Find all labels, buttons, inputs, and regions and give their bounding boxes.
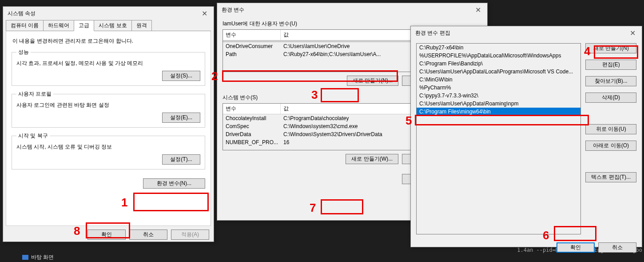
close-icon[interactable]: ✕	[199, 9, 210, 18]
close-icon[interactable]: ✕	[473, 6, 484, 14]
prof-settings-button[interactable]: 설정(E)...	[162, 113, 200, 123]
tab-0[interactable]: 컴퓨터 이름	[6, 20, 44, 31]
title: 환경 변수 편집	[415, 29, 450, 37]
path-item[interactable]: C:\Users\IamUser\AppData\Local\Programs\…	[417, 68, 580, 76]
system-properties-dialog: 시스템 속성 ✕ 컴퓨터 이름하드웨어고급시스템 보호원격 이 내용을 변경하려…	[3, 6, 214, 242]
profile-group: 사용자 프로필 사용자 로그인에 관련된 바탕 화면 설정 설정(E)...	[12, 90, 205, 128]
tab-2[interactable]: 고급	[74, 20, 94, 31]
move-up-button[interactable]: 위로 이동(U)	[585, 124, 636, 134]
performance-group: 성능 시각 효과, 프로세서 일정, 메모리 사용 및 가상 메모리 설정(S)…	[12, 48, 205, 86]
tab-4[interactable]: 원격	[131, 20, 152, 31]
titlebar: 환경 변수 편집 ✕	[411, 26, 642, 40]
cancel-button[interactable]: 취소	[598, 242, 636, 253]
path-list[interactable]: C:\Ruby27-x64\bin%USERPROFILE%\AppData\L…	[416, 43, 581, 234]
startup-group: 시작 및 복구 시스템 시작, 시스템 오류 및 디버깅 정보 설정(T)...	[12, 132, 205, 169]
col-var: 변수	[223, 30, 281, 40]
sys-new-button[interactable]: 새로 만들기(W)...	[346, 154, 398, 164]
path-item[interactable]: C:\Ruby27-x64\bin	[417, 44, 580, 52]
intro-text: 이 내용을 변경하려면 관리자로 로그온해야 합니다.	[12, 37, 204, 45]
sidebar-desktop: 바탕 화면	[31, 254, 54, 261]
cancel-button[interactable]: 취소	[129, 230, 167, 240]
edit-button[interactable]: 편집(E)	[585, 60, 636, 70]
new-button[interactable]: 새로 만들기(N)	[585, 43, 636, 53]
env-vars-button[interactable]: 환경 변수(N)...	[143, 178, 205, 189]
startup-desc: 시스템 시작, 시스템 오류 및 디버깅 정보	[16, 143, 200, 151]
text-edit-button[interactable]: 텍스트 편집(T)...	[585, 172, 636, 182]
tab-3[interactable]: 시스템 보호	[94, 20, 131, 31]
tabs: 컴퓨터 이름하드웨어고급시스템 보호원격	[6, 20, 211, 31]
move-down-button[interactable]: 아래로 이동(O)	[585, 141, 636, 151]
path-item[interactable]: %USERPROFILE%\AppData\Local\Microsoft\Wi…	[417, 52, 580, 60]
path-item[interactable]: C:\Program Files\Bandizip\	[417, 60, 580, 68]
browse-button[interactable]: 찾아보기(B)...	[585, 76, 636, 86]
edit-path-dialog: 환경 변수 편집 ✕ C:\Ruby27-x64\bin%USERPROFILE…	[410, 26, 642, 247]
tab-1[interactable]: 하드웨어	[43, 20, 74, 31]
prof-desc: 사용자 로그인에 관련된 바탕 화면 설정	[16, 101, 200, 109]
explorer-sidebar-fragment: 바탕 화면	[22, 253, 54, 262]
path-item[interactable]: %PyCharm%	[417, 84, 580, 92]
close-icon[interactable]: ✕	[627, 29, 638, 37]
title: 환경 변수	[222, 6, 244, 14]
startup-legend: 시작 및 복구	[16, 132, 50, 140]
apply-button: 적용(A)	[171, 230, 209, 240]
path-item[interactable]: C:\Program Files\mingw64\bin	[417, 108, 580, 116]
col-var: 변수	[223, 104, 281, 114]
delete-button[interactable]: 삭제(D)	[585, 93, 636, 103]
ok-button[interactable]: 확인	[557, 242, 595, 253]
titlebar: 시스템 속성 ✕	[3, 7, 214, 20]
path-item[interactable]: C:\Users\IamUser\AppData\Roaming\npm	[417, 100, 580, 108]
perf-legend: 성능	[16, 48, 31, 56]
ok-button[interactable]: 확인	[87, 230, 126, 240]
prof-legend: 사용자 프로필	[16, 90, 53, 98]
title: 시스템 속성	[8, 10, 36, 17]
path-item[interactable]: C:\MinGW\bin	[417, 76, 580, 84]
perf-desc: 시각 효과, 프로세서 일정, 메모리 사용 및 가상 메모리	[16, 60, 200, 67]
startup-settings-button[interactable]: 설정(T)...	[162, 154, 200, 165]
perf-settings-button[interactable]: 설정(S)...	[162, 71, 200, 81]
user-new-button[interactable]: 새로 만들기(N)...	[347, 76, 398, 86]
titlebar: 환경 변수 ✕	[217, 3, 487, 16]
folder-icon	[22, 255, 28, 260]
path-item[interactable]: C:\pypy3.7-v7.3.3-win32\	[417, 92, 580, 100]
